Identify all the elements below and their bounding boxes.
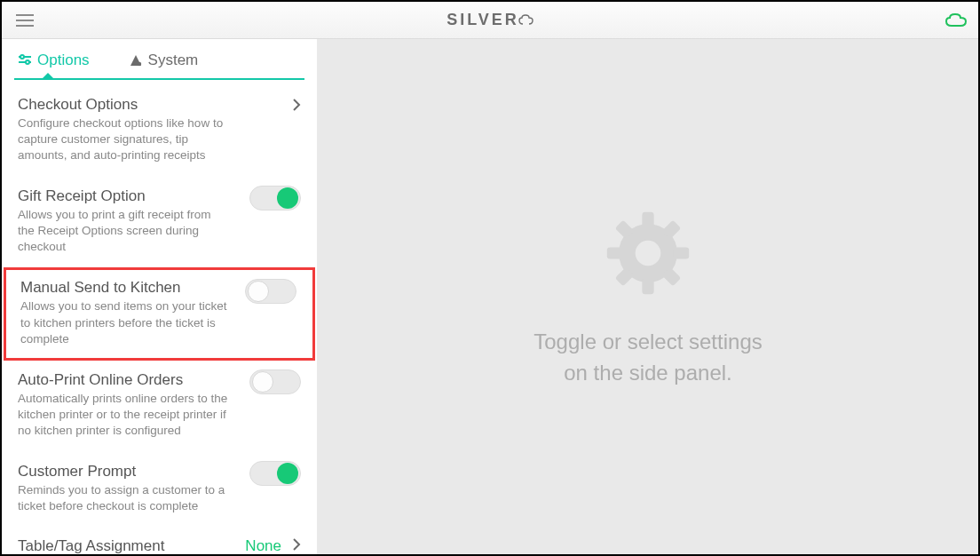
setting-table-tag-assignment[interactable]: Table/Tag Assignment None: [2, 527, 317, 554]
toggle-gift-receipt[interactable]: [249, 186, 301, 210]
main-text-line1: Toggle or select settings: [533, 327, 762, 358]
setting-title: Checkout Options: [18, 96, 301, 114]
setting-desc: Allows you to print a gift receipt from …: [18, 207, 301, 256]
toggle-customer-prompt[interactable]: [249, 461, 301, 486]
setting-auto-print-online: Auto-Print Online Orders Automatically p…: [2, 361, 317, 452]
settings-list[interactable]: Checkout Options Configure checkout opti…: [2, 80, 317, 554]
svg-point-1: [20, 55, 24, 59]
cloud-status-icon[interactable]: [944, 12, 969, 29]
svg-point-4: [137, 62, 140, 66]
svg-rect-8: [607, 248, 623, 259]
logo-text: SILVER: [447, 11, 519, 29]
svg-point-3: [26, 60, 29, 64]
setting-desc: Reminds you to assign a customer to a ti…: [18, 482, 301, 514]
toggle-manual-send[interactable]: [245, 279, 296, 304]
tab-system[interactable]: System: [125, 46, 208, 78]
setting-manual-send-kitchen: Manual Send to Kitchen Allows you to sen…: [4, 267, 315, 361]
setting-desc: Configure checkout options like how to c…: [18, 115, 301, 164]
main-placeholder-text: Toggle or select settings on the side pa…: [533, 327, 762, 389]
setting-value: None: [245, 537, 281, 554]
sliders-icon: [18, 53, 32, 68]
app-header: SILVER: [2, 2, 978, 39]
svg-rect-9: [674, 248, 690, 259]
system-icon: [129, 53, 143, 68]
app-logo: SILVER: [447, 11, 537, 29]
menu-icon[interactable]: [11, 9, 39, 32]
main-text-line2: on the side panel.: [533, 358, 762, 389]
svg-rect-7: [642, 279, 653, 295]
svg-rect-6: [642, 212, 653, 228]
setting-desc: Automatically prints online orders to th…: [18, 391, 301, 440]
svg-point-14: [636, 241, 661, 266]
chevron-right-icon: [292, 537, 301, 554]
toggle-auto-print[interactable]: [249, 369, 301, 394]
logo-cloud-icon: [518, 13, 537, 28]
setting-customer-prompt: Customer Prompt Reminds you to assign a …: [2, 452, 317, 527]
tab-options-label: Options: [37, 52, 90, 69]
tab-options[interactable]: Options: [14, 46, 99, 78]
content-area: Options System Checkout Options Configur…: [2, 39, 978, 554]
setting-gift-receipt: Gift Receipt Option Allows you to print …: [2, 177, 317, 268]
gear-icon: [599, 204, 697, 306]
main-panel: Toggle or select settings on the side pa…: [318, 39, 978, 554]
tab-system-label: System: [148, 52, 199, 69]
setting-desc: Allows you to send items on your ticket …: [20, 298, 298, 347]
sidebar-tabs: Options System: [14, 46, 304, 80]
settings-sidebar: Options System Checkout Options Configur…: [2, 39, 318, 554]
chevron-right-icon: [292, 98, 301, 115]
setting-checkout-options[interactable]: Checkout Options Configure checkout opti…: [2, 85, 317, 177]
